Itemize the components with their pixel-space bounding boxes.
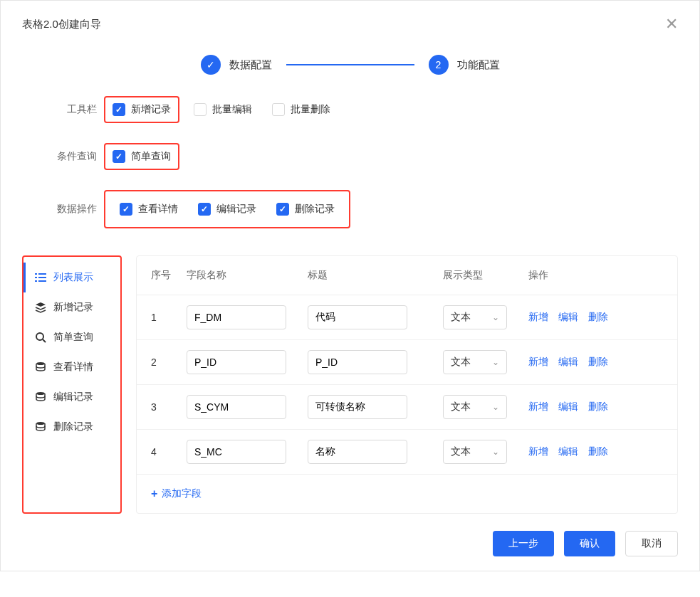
query-checkbox-group: 简单查询 (104, 143, 179, 170)
row-edit-button[interactable]: 编辑 (558, 311, 578, 324)
row-seq: 1 (151, 312, 187, 323)
row-add-button[interactable]: 新增 (528, 356, 548, 369)
checkbox-label: 批量删除 (291, 103, 330, 116)
type-select[interactable]: 文本 ⌄ (443, 440, 507, 464)
query-config-row: 条件查询 简单查询 (54, 143, 657, 170)
svg-line-7 (43, 339, 46, 342)
config-section: 工具栏 新增记录 批量编辑 批量删除 条件查询 (1, 96, 699, 255)
list-icon (35, 272, 46, 283)
row-add-button[interactable]: 新增 (528, 445, 548, 458)
close-button[interactable]: ✕ (665, 15, 678, 33)
field-name-input[interactable] (187, 305, 286, 329)
row-type-cell: 文本 ⌄ (443, 440, 528, 464)
sidebar-item-add-record[interactable]: 新增记录 (23, 292, 120, 322)
row-type-cell: 文本 ⌄ (443, 305, 528, 329)
sidebar-item-edit-record[interactable]: 编辑记录 (23, 382, 120, 412)
table-row: 1 文本 ⌄ 新增 编辑 删除 (137, 295, 677, 340)
row-delete-button[interactable]: 删除 (588, 311, 608, 324)
svg-rect-3 (38, 277, 46, 278)
type-select[interactable]: 文本 ⌄ (443, 395, 507, 419)
type-select[interactable]: 文本 ⌄ (443, 305, 507, 329)
cancel-button[interactable]: 取消 (625, 531, 678, 556)
svg-point-8 (36, 362, 45, 365)
sidebar: 列表展示 新增记录 简单查询 查看详情 编辑记录 删除记录 (22, 255, 122, 514)
row-title-cell (308, 350, 443, 374)
row-add-button[interactable]: 新增 (528, 311, 548, 324)
row-type-cell: 文本 ⌄ (443, 395, 528, 419)
confirm-button[interactable]: 确认 (564, 531, 615, 556)
query-label: 条件查询 (54, 150, 97, 163)
row-add-button[interactable]: 新增 (528, 401, 548, 413)
row-delete-button[interactable]: 删除 (588, 401, 608, 413)
type-value: 文本 (451, 401, 471, 413)
sidebar-item-label: 查看详情 (53, 361, 93, 374)
row-edit-button[interactable]: 编辑 (558, 356, 578, 369)
title-input[interactable] (308, 305, 407, 329)
row-edit-button[interactable]: 编辑 (558, 445, 578, 458)
step-1: ✓ 数据配置 (201, 55, 272, 75)
table-header-row: 序号 字段名称 标题 展示类型 操作 (137, 256, 677, 295)
row-title-cell (308, 305, 443, 329)
title-input[interactable] (308, 440, 407, 464)
checkbox-add-record[interactable]: 新增记录 (113, 103, 171, 116)
modal-footer: 上一步 确认 取消 (471, 517, 699, 571)
sidebar-item-view-detail[interactable]: 查看详情 (23, 352, 120, 382)
sidebar-item-delete-record[interactable]: 删除记录 (23, 412, 120, 442)
svg-rect-4 (35, 280, 37, 282)
checkbox-label: 编辑记录 (216, 203, 256, 216)
header-field: 字段名称 (187, 269, 308, 282)
dataops-label: 数据操作 (54, 203, 97, 216)
row-field-cell (187, 305, 308, 329)
field-table: 序号 字段名称 标题 展示类型 操作 1 文本 ⌄ 新增 编辑 删除 2 (136, 255, 678, 514)
row-title-cell (308, 395, 443, 419)
title-input[interactable] (308, 350, 407, 374)
type-value: 文本 (451, 445, 471, 458)
field-name-input[interactable] (187, 395, 286, 419)
row-delete-button[interactable]: 删除 (588, 445, 608, 458)
row-seq: 4 (151, 446, 187, 458)
row-delete-button[interactable]: 删除 (588, 356, 608, 369)
type-value: 文本 (451, 356, 471, 369)
checkbox-view-detail[interactable]: 查看详情 (120, 203, 178, 216)
checkbox-icon (194, 103, 207, 116)
row-type-cell: 文本 ⌄ (443, 350, 528, 374)
main-content: 列表展示 新增记录 简单查询 查看详情 编辑记录 删除记录 (1, 255, 699, 514)
title-input[interactable] (308, 395, 407, 419)
search-icon (35, 332, 46, 343)
row-field-cell (187, 395, 308, 419)
checkbox-simple-query[interactable]: 简单查询 (113, 150, 171, 163)
checkbox-label: 删除记录 (295, 203, 335, 216)
close-icon: ✕ (665, 15, 678, 33)
table-row: 3 文本 ⌄ 新增 编辑 删除 (137, 385, 677, 430)
checkbox-delete-record[interactable]: 删除记录 (276, 203, 335, 216)
checkbox-icon (272, 103, 285, 116)
type-value: 文本 (451, 311, 471, 324)
add-field-button[interactable]: + 添加字段 (137, 475, 677, 513)
database-icon (35, 391, 46, 403)
header-title: 标题 (308, 269, 443, 282)
toolbar-checkbox-group-2: 批量编辑 批量删除 (187, 97, 338, 122)
field-name-input[interactable] (187, 440, 286, 464)
step-1-label: 数据配置 (229, 58, 272, 72)
step-connector (286, 64, 414, 65)
checkbox-batch-edit[interactable]: 批量编辑 (194, 103, 252, 116)
modal-title: 表格2.0创建向导 (22, 18, 101, 31)
step-2: 2 功能配置 (429, 55, 500, 75)
row-edit-button[interactable]: 编辑 (558, 401, 578, 413)
field-name-input[interactable] (187, 350, 286, 374)
header-seq: 序号 (151, 269, 187, 282)
sidebar-item-label: 列表展示 (53, 271, 93, 284)
row-ops: 新增 编辑 删除 (528, 445, 663, 458)
step-indicator: ✓ 数据配置 2 功能配置 (1, 55, 699, 75)
type-select[interactable]: 文本 ⌄ (443, 350, 507, 374)
sidebar-item-simple-query[interactable]: 简单查询 (23, 322, 120, 352)
sidebar-item-list-display[interactable]: 列表展示 (23, 263, 120, 292)
toolbar-label: 工具栏 (54, 103, 97, 116)
row-ops: 新增 编辑 删除 (528, 311, 663, 324)
modal-header: 表格2.0创建向导 ✕ (1, 1, 699, 48)
prev-button[interactable]: 上一步 (493, 531, 554, 556)
checkbox-batch-delete[interactable]: 批量删除 (272, 103, 330, 116)
checkbox-edit-record[interactable]: 编辑记录 (198, 203, 256, 216)
step-2-circle: 2 (429, 55, 449, 75)
svg-rect-2 (35, 277, 37, 278)
